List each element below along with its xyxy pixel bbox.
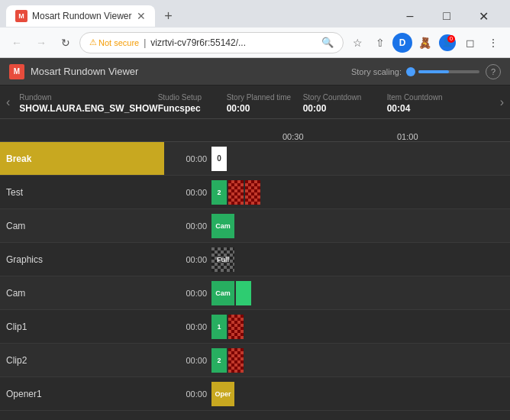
planned-value: 00:00 [227,103,303,114]
row-name-graphics: Graphics [0,243,164,276]
help-button[interactable]: ? [486,64,501,79]
account-icon[interactable]: D [392,33,412,53]
row-timeline-cam1: Cam [210,209,510,242]
row-name-test: Test [0,176,164,208]
row-time-cam2: 00:00 [164,276,210,309]
studio-value: Funcspec [158,103,227,114]
row-timeline-clip2: 2 [210,344,510,376]
nav-actions: ☆ ⇧ D 🧸 👤 0 ◻ ⋮ [347,32,504,53]
prev-arrow[interactable]: ‹ [3,95,13,109]
address-bar[interactable]: ⚠ Not secure | vizrtvi-cv79r6r:55142/...… [79,32,344,53]
row-time-graphics: 00:00 [164,243,210,276]
table-row[interactable]: Clip2 00:00 2 [0,344,510,377]
forward-button[interactable]: → [31,32,52,53]
app-title: Mosart Rundown Viewer [31,66,351,77]
row-time-clip1: 00:00 [164,310,210,343]
timeline-ruler: 00:30 01:00 [0,119,510,142]
countdown-value: 00:00 [303,103,387,114]
row-time-cam1: 00:00 [164,209,210,242]
block-clip2-2 [228,348,244,373]
tab-close-btn[interactable]: ✕ [137,10,146,22]
bookmark-icon[interactable]: ☆ [347,32,368,53]
app-container: M Mosart Rundown Viewer Story scaling: ?… [0,58,510,420]
row-time-test: 00:00 [164,176,210,208]
rundown-col-header: Rundown SHOW.LAURA.ENG_SW_SHOW [19,93,157,114]
block-opener1: Oper [211,382,234,406]
row-timeline-opener1: Oper [210,377,510,410]
maximize-button[interactable]: □ [429,5,464,27]
row-time-break: 00:00 [164,142,210,175]
row-name-opener1: Opener1 [0,377,164,410]
studio-col-header: Studio Setup Funcspec [158,93,227,114]
block-clip1-1: 1 [211,315,227,339]
close-button[interactable]: ✕ [466,5,501,27]
item-col-header: Item Countdown 00:04 [387,93,456,114]
extensions-icon[interactable]: 🧸 [414,32,435,53]
row-timeline-break: 0 [210,142,510,175]
row-time-opener1: 00:00 [164,377,210,410]
scaling-dot [406,67,415,76]
planned-label: Story Planned time [227,93,303,102]
tab-title: Mosart Rundown Viewer [32,11,132,21]
window-controls: – □ ✕ [392,5,504,27]
search-icon: 🔍 [321,37,334,48]
table-row[interactable]: Cam 00:00 Cam [0,209,510,243]
scaling-fill [418,70,449,73]
countdown-col-header: Story Countdown 00:00 [303,93,387,114]
row-timeline-clip1: 1 [210,310,510,343]
tab-bar: M Mosart Rundown Viewer ✕ + – □ ✕ [0,0,510,27]
sidebar-icon[interactable]: ◻ [460,32,481,53]
timeline-mark-1: 00:30 [282,132,304,141]
row-name-cam1: Cam [0,209,164,242]
back-button[interactable]: ← [6,32,27,53]
row-name-clip2: Clip2 [0,344,164,376]
row-name-break: Break [0,142,164,175]
table-row[interactable]: Break 00:00 0 [0,142,510,176]
address-text: vizrtvi-cv79r6r:55142/... [150,37,317,48]
minimize-button[interactable]: – [392,5,428,27]
block-cam2-ext [236,281,251,305]
timeline-mark-2: 01:00 [397,132,418,141]
timeline-marks: 00:30 01:00 [206,119,495,141]
block-break: 0 [211,147,227,171]
block-test-2 [228,180,244,205]
table-row[interactable]: Clip1 00:00 1 [0,310,510,344]
row-timeline-cam2: Cam [210,276,510,309]
account-avatar-icon[interactable]: 👤 0 [437,32,458,53]
scaling-bar[interactable] [418,70,479,73]
share-icon[interactable]: ⇧ [370,32,391,53]
block-graphics: Full [211,247,234,272]
app-header: M Mosart Rundown Viewer Story scaling: ? [0,58,510,86]
table-header: ‹ Rundown SHOW.LAURA.ENG_SW_SHOW Studio … [0,86,510,119]
item-label: Item Countdown [387,93,456,102]
row-name-cam2: Cam [0,276,164,309]
table-row[interactable]: Graphics 00:00 Full [0,243,510,276]
rundown-label: Rundown [19,93,157,102]
studio-label: Studio Setup [158,93,227,102]
menu-icon[interactable]: ⋮ [483,32,504,53]
next-arrow[interactable]: › [497,95,507,109]
story-scaling-label: Story scaling: [351,67,402,76]
row-name-clip1: Clip1 [0,310,164,343]
security-warning: ⚠ Not secure [89,37,139,47]
block-cam1: Cam [211,214,234,238]
row-timeline-test: 2 [210,176,510,208]
countdown-label: Story Countdown [303,93,387,102]
refresh-button[interactable]: ↻ [55,32,76,53]
block-test-3 [245,180,260,205]
block-clip2-1: 2 [211,348,227,373]
nav-bar: ← → ↻ ⚠ Not secure | vizrtvi-cv79r6r:551… [0,27,510,58]
table-row[interactable]: Cam 00:00 Cam [0,276,510,310]
table-row[interactable]: Opener1 00:00 Oper [0,377,510,411]
browser-chrome: M Mosart Rundown Viewer ✕ + – □ ✕ ← → ↻ … [0,0,510,58]
rundown-value: SHOW.LAURA.ENG_SW_SHOW [19,103,157,114]
scaling-control[interactable] [406,67,479,76]
table-row[interactable]: Test 00:00 2 [0,176,510,209]
active-tab[interactable]: M Mosart Rundown Viewer ✕ [6,5,155,27]
block-cam2: Cam [211,281,234,305]
item-value: 00:04 [387,103,456,114]
tab-favicon: M [15,10,27,22]
app-icon: M [9,64,24,79]
new-tab-button[interactable]: + [158,5,179,27]
planned-col-header: Story Planned time 00:00 [227,93,303,114]
